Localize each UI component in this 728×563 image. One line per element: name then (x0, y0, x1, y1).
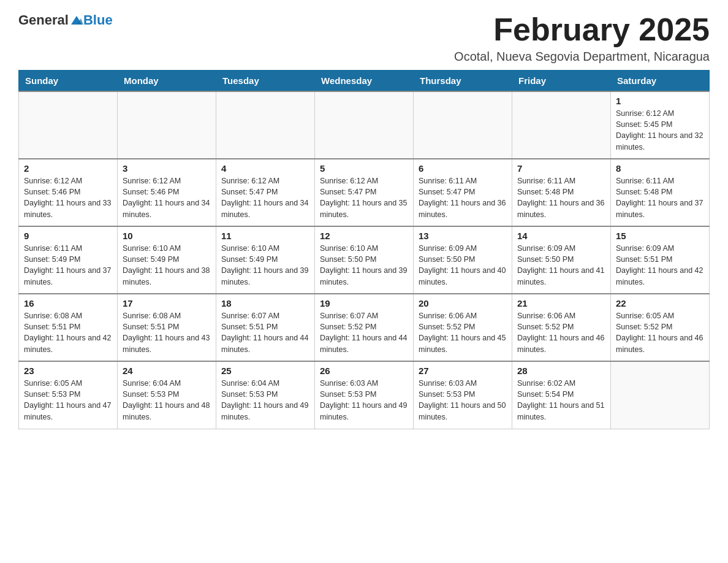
day-number: 23 (24, 366, 112, 376)
day-number: 10 (123, 231, 211, 241)
day-number: 3 (123, 163, 211, 174)
calendar-cell: 24Sunrise: 6:04 AM Sunset: 5:53 PM Dayli… (118, 361, 216, 429)
calendar-cell: 9Sunrise: 6:11 AM Sunset: 5:49 PM Daylig… (19, 226, 118, 294)
day-number: 22 (616, 298, 704, 308)
weekday-header-tuesday: Tuesday (216, 71, 315, 92)
day-number: 2 (24, 163, 112, 174)
calendar-cell: 5Sunrise: 6:12 AM Sunset: 5:47 PM Daylig… (315, 159, 414, 226)
day-number: 15 (616, 231, 704, 241)
calendar-cell: 18Sunrise: 6:07 AM Sunset: 5:51 PM Dayli… (216, 294, 315, 361)
calendar-cell: 7Sunrise: 6:11 AM Sunset: 5:48 PM Daylig… (512, 159, 611, 226)
calendar-cell: 2Sunrise: 6:12 AM Sunset: 5:46 PM Daylig… (19, 159, 118, 226)
day-info: Sunrise: 6:03 AM Sunset: 5:53 PM Dayligh… (419, 378, 507, 423)
day-info: Sunrise: 6:12 AM Sunset: 5:46 PM Dayligh… (24, 175, 112, 220)
logo-icon (70, 13, 83, 27)
logo-general: General (18, 12, 69, 28)
week-row-5: 23Sunrise: 6:05 AM Sunset: 5:53 PM Dayli… (19, 361, 710, 429)
calendar-cell: 8Sunrise: 6:11 AM Sunset: 5:48 PM Daylig… (611, 159, 710, 226)
month-title: February 2025 (454, 12, 710, 47)
week-row-1: 1Sunrise: 6:12 AM Sunset: 5:45 PM Daylig… (19, 91, 710, 159)
weekday-header-saturday: Saturday (611, 71, 710, 92)
calendar-cell: 19Sunrise: 6:07 AM Sunset: 5:52 PM Dayli… (315, 294, 414, 361)
calendar-cell: 26Sunrise: 6:03 AM Sunset: 5:53 PM Dayli… (315, 361, 414, 429)
weekday-header-sunday: Sunday (19, 71, 118, 92)
calendar-cell: 4Sunrise: 6:12 AM Sunset: 5:47 PM Daylig… (216, 159, 315, 226)
day-number: 5 (320, 163, 408, 174)
weekday-header-monday: Monday (118, 71, 216, 92)
calendar-cell: 3Sunrise: 6:12 AM Sunset: 5:46 PM Daylig… (118, 159, 216, 226)
calendar-cell: 23Sunrise: 6:05 AM Sunset: 5:53 PM Dayli… (19, 361, 118, 429)
day-info: Sunrise: 6:09 AM Sunset: 5:51 PM Dayligh… (616, 243, 704, 288)
day-number: 26 (320, 366, 408, 376)
calendar-cell: 14Sunrise: 6:09 AM Sunset: 5:50 PM Dayli… (512, 226, 611, 294)
day-info: Sunrise: 6:09 AM Sunset: 5:50 PM Dayligh… (419, 243, 507, 288)
day-info: Sunrise: 6:02 AM Sunset: 5:54 PM Dayligh… (517, 378, 605, 423)
day-info: Sunrise: 6:08 AM Sunset: 5:51 PM Dayligh… (123, 310, 211, 355)
day-number: 16 (24, 298, 112, 308)
calendar-cell: 16Sunrise: 6:08 AM Sunset: 5:51 PM Dayli… (19, 294, 118, 361)
calendar-cell: 25Sunrise: 6:04 AM Sunset: 5:53 PM Dayli… (216, 361, 315, 429)
day-info: Sunrise: 6:11 AM Sunset: 5:49 PM Dayligh… (24, 243, 112, 288)
day-info: Sunrise: 6:04 AM Sunset: 5:53 PM Dayligh… (221, 378, 309, 423)
logo-blue: Blue (83, 12, 113, 28)
day-number: 11 (221, 231, 309, 241)
day-number: 6 (419, 163, 507, 174)
calendar-cell: 22Sunrise: 6:05 AM Sunset: 5:52 PM Dayli… (611, 294, 710, 361)
day-info: Sunrise: 6:12 AM Sunset: 5:46 PM Dayligh… (123, 175, 211, 220)
day-number: 25 (221, 366, 309, 376)
day-info: Sunrise: 6:06 AM Sunset: 5:52 PM Dayligh… (419, 310, 507, 355)
calendar-cell: 6Sunrise: 6:11 AM Sunset: 5:47 PM Daylig… (414, 159, 512, 226)
day-number: 21 (517, 298, 605, 308)
weekday-header-row: SundayMondayTuesdayWednesdayThursdayFrid… (19, 71, 710, 92)
calendar-cell (216, 91, 315, 159)
calendar-cell: 15Sunrise: 6:09 AM Sunset: 5:51 PM Dayli… (611, 226, 710, 294)
calendar-cell: 21Sunrise: 6:06 AM Sunset: 5:52 PM Dayli… (512, 294, 611, 361)
day-info: Sunrise: 6:10 AM Sunset: 5:49 PM Dayligh… (221, 243, 309, 288)
day-info: Sunrise: 6:07 AM Sunset: 5:51 PM Dayligh… (221, 310, 309, 355)
calendar-table: SundayMondayTuesdayWednesdayThursdayFrid… (18, 70, 710, 429)
day-info: Sunrise: 6:04 AM Sunset: 5:53 PM Dayligh… (123, 378, 211, 423)
day-number: 24 (123, 366, 211, 376)
day-info: Sunrise: 6:10 AM Sunset: 5:50 PM Dayligh… (320, 243, 408, 288)
logo: General Blue (18, 12, 113, 28)
day-info: Sunrise: 6:11 AM Sunset: 5:48 PM Dayligh… (616, 175, 704, 220)
week-row-3: 9Sunrise: 6:11 AM Sunset: 5:49 PM Daylig… (19, 226, 710, 294)
calendar-cell (512, 91, 611, 159)
day-info: Sunrise: 6:12 AM Sunset: 5:47 PM Dayligh… (320, 175, 408, 220)
calendar-cell: 20Sunrise: 6:06 AM Sunset: 5:52 PM Dayli… (414, 294, 512, 361)
day-info: Sunrise: 6:12 AM Sunset: 5:47 PM Dayligh… (221, 175, 309, 220)
day-number: 8 (616, 163, 704, 174)
calendar-cell: 13Sunrise: 6:09 AM Sunset: 5:50 PM Dayli… (414, 226, 512, 294)
calendar-cell (118, 91, 216, 159)
calendar-cell: 11Sunrise: 6:10 AM Sunset: 5:49 PM Dayli… (216, 226, 315, 294)
day-info: Sunrise: 6:05 AM Sunset: 5:52 PM Dayligh… (616, 310, 704, 355)
calendar-cell (414, 91, 512, 159)
calendar-cell (19, 91, 118, 159)
calendar-cell: 17Sunrise: 6:08 AM Sunset: 5:51 PM Dayli… (118, 294, 216, 361)
day-info: Sunrise: 6:06 AM Sunset: 5:52 PM Dayligh… (517, 310, 605, 355)
day-number: 1 (616, 96, 704, 106)
calendar-cell: 1Sunrise: 6:12 AM Sunset: 5:45 PM Daylig… (611, 91, 710, 159)
calendar-cell (315, 91, 414, 159)
day-number: 12 (320, 231, 408, 241)
page-header: General Blue February 2025 Ocotal, Nueva… (18, 12, 710, 64)
day-info: Sunrise: 6:10 AM Sunset: 5:49 PM Dayligh… (123, 243, 211, 288)
title-block: February 2025 Ocotal, Nueva Segovia Depa… (454, 12, 710, 64)
day-number: 19 (320, 298, 408, 308)
weekday-header-wednesday: Wednesday (315, 71, 414, 92)
day-info: Sunrise: 6:11 AM Sunset: 5:47 PM Dayligh… (419, 175, 507, 220)
day-number: 18 (221, 298, 309, 308)
day-number: 28 (517, 366, 605, 376)
day-number: 20 (419, 298, 507, 308)
day-number: 13 (419, 231, 507, 241)
calendar-cell: 27Sunrise: 6:03 AM Sunset: 5:53 PM Dayli… (414, 361, 512, 429)
calendar-cell: 10Sunrise: 6:10 AM Sunset: 5:49 PM Dayli… (118, 226, 216, 294)
day-info: Sunrise: 6:11 AM Sunset: 5:48 PM Dayligh… (517, 175, 605, 220)
calendar-cell: 12Sunrise: 6:10 AM Sunset: 5:50 PM Dayli… (315, 226, 414, 294)
calendar-cell: 28Sunrise: 6:02 AM Sunset: 5:54 PM Dayli… (512, 361, 611, 429)
day-info: Sunrise: 6:12 AM Sunset: 5:45 PM Dayligh… (616, 108, 704, 153)
day-number: 17 (123, 298, 211, 308)
day-number: 27 (419, 366, 507, 376)
day-info: Sunrise: 6:07 AM Sunset: 5:52 PM Dayligh… (320, 310, 408, 355)
day-info: Sunrise: 6:08 AM Sunset: 5:51 PM Dayligh… (24, 310, 112, 355)
